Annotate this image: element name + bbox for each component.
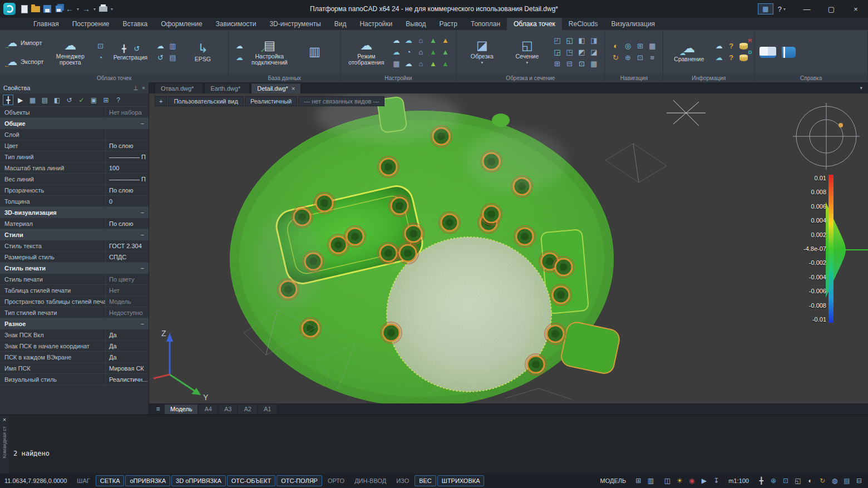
status-icon[interactable]: ↻	[818, 477, 827, 485]
property-value[interactable]: Да	[106, 332, 149, 338]
cloud-question-icon[interactable]: ?	[726, 41, 737, 51]
tree-setting-icon[interactable]: ▲	[427, 35, 438, 45]
reference-book-icon[interactable]	[782, 47, 796, 58]
tree-setting-icon[interactable]: ▲	[427, 58, 438, 68]
ribbon-tab[interactable]: Оформление	[154, 18, 209, 30]
status-icon[interactable]: ◫	[663, 477, 672, 485]
tab-close-icon[interactable]: ×	[292, 85, 295, 92]
property-value[interactable]: Да	[106, 343, 149, 349]
drawing-viewport[interactable]: Z Y + Пользовательский вид Реалистичный …	[149, 93, 868, 403]
property-row[interactable]: Разное −	[0, 318, 149, 329]
import-button[interactable]: ☁→ Импорт	[5, 34, 46, 51]
property-value[interactable]: Мировая СК	[106, 365, 149, 372]
walk-icon[interactable]: ⊞	[634, 41, 645, 51]
qat-customize-icon[interactable]: ▾	[111, 7, 113, 12]
properties-tool-icon[interactable]: ▣	[88, 95, 99, 105]
collapse-icon[interactable]: −	[141, 209, 149, 216]
ribbon-tab[interactable]: Визуализация	[605, 18, 662, 30]
views-icon[interactable]: ▦	[647, 41, 658, 51]
property-value[interactable]: Нет	[106, 287, 149, 294]
epsg-button[interactable]: ↳ EPSG	[182, 41, 223, 63]
property-value[interactable]: Да	[106, 354, 149, 361]
visual-style-button[interactable]: Реалистичный	[245, 96, 297, 106]
clip-tool-icon[interactable]: ◰	[551, 35, 563, 45]
status-toggle[interactable]: ОТС-ОБЪЕКТ	[227, 475, 275, 486]
status-toggle[interactable]: ИЗО	[392, 475, 413, 486]
property-row[interactable]: Стиль текста ГОСТ 2.304 −	[0, 240, 149, 252]
cloud-setting-icon[interactable]: ☁	[403, 58, 414, 68]
property-row[interactable]: Таблица стилей печати Нет −	[0, 285, 149, 296]
tool-icon[interactable]: ▤	[167, 53, 178, 63]
grid-setting-icon[interactable]: ▦	[391, 58, 402, 68]
clip-tool-icon[interactable]: ◲	[551, 47, 563, 57]
status-icon[interactable]: ◱	[793, 477, 802, 485]
close-button[interactable]: ×	[844, 0, 868, 18]
tool-icon[interactable]: ☁	[234, 53, 245, 63]
property-row[interactable]: Объекты Нет набора −	[0, 107, 149, 118]
clip-tool-icon[interactable]: ⊟	[564, 58, 575, 68]
cloud-setting-icon[interactable]: ☁	[391, 47, 402, 57]
property-value[interactable]: ГОСТ 2.304	[106, 243, 149, 249]
open-file-icon[interactable]	[31, 6, 40, 12]
cloud-setting-icon[interactable]: ☁	[403, 35, 414, 45]
property-row[interactable]: Тип стилей печати Недоступно −	[0, 307, 149, 318]
ribbon-collapse-icon[interactable]: ▾	[860, 85, 862, 91]
print-icon[interactable]	[99, 6, 107, 12]
redo-dropdown-icon[interactable]: ▾	[93, 7, 96, 12]
command-history[interactable]: 2 найдено Выберите эталонные объекты или…	[9, 415, 868, 474]
workspace-panel-icon[interactable]: ▦	[758, 3, 773, 14]
house-setting-icon[interactable]: ⌂	[415, 47, 426, 57]
view-navball[interactable]	[793, 103, 860, 170]
layout-tab[interactable]: А4	[199, 405, 217, 414]
close-icon[interactable]: ×	[3, 415, 6, 424]
property-value[interactable]: По цвету	[106, 276, 149, 283]
property-row[interactable]: Визуальный стиль Реалистичн... −	[0, 374, 149, 385]
cloud-setting-icon[interactable]: ☁	[391, 35, 402, 45]
property-row[interactable]: Пространство таблицы стилей печати Модел…	[0, 296, 149, 307]
properties-tool-icon[interactable]: ↺	[64, 95, 75, 105]
properties-tool-icon[interactable]: ╋	[3, 95, 13, 105]
nanocad-logo[interactable]	[3, 3, 16, 15]
viewport-canvas[interactable]: Z Y	[149, 93, 868, 403]
property-value[interactable]: Нет набора	[106, 109, 149, 116]
add-view-button[interactable]: +	[155, 96, 167, 106]
clip-button[interactable]: ◪ Обрезка ▾	[461, 38, 502, 66]
properties-tool-icon[interactable]: ▤	[40, 95, 50, 105]
cloud-question-icon[interactable]: ?	[726, 53, 737, 63]
property-row[interactable]: Знак ПСК Вкл Да −	[0, 329, 149, 341]
property-row[interactable]: Имя ПСК Мировая СК −	[0, 363, 149, 374]
status-toggle[interactable]: СЕТКА	[96, 475, 125, 486]
property-value[interactable]: По слою	[106, 187, 149, 194]
status-icon[interactable]: ◍	[830, 477, 839, 485]
clip-tool-icon[interactable]: ⊞	[551, 58, 563, 68]
property-value[interactable]: ————— П	[106, 154, 149, 160]
document-tab[interactable]: Detail.dwg* ×	[251, 83, 301, 93]
ribbon-tab[interactable]: Главная	[27, 18, 66, 30]
restore-button[interactable]: ▢	[819, 0, 844, 18]
point-cloud-flange[interactable]	[230, 93, 667, 403]
minimize-button[interactable]: —	[795, 0, 819, 18]
ribbon-tab[interactable]: Построение	[66, 18, 116, 30]
property-row[interactable]: Знак ПСК в начале координат Да −	[0, 341, 149, 352]
clip-tool-icon[interactable]: ◱	[564, 35, 575, 45]
collapse-icon[interactable]: −	[141, 231, 149, 238]
redo-icon[interactable]: →	[82, 4, 90, 13]
view-mode-button[interactable]: ☁ Режим отображения	[346, 38, 387, 67]
property-value[interactable]: СПДС	[106, 254, 149, 260]
property-row[interactable]: Тип линий ————— П −	[0, 151, 149, 162]
help-button[interactable]: ?▾	[778, 5, 786, 13]
close-panel-icon[interactable]: ×	[142, 85, 145, 91]
tree-setting-icon[interactable]: ▲	[440, 58, 451, 68]
ribbon-tab[interactable]: Топоплан	[464, 18, 507, 30]
properties-tool-icon[interactable]: ▶	[15, 95, 26, 105]
status-icon[interactable]: ⊞	[634, 477, 643, 485]
scale-button[interactable]: m1:100	[728, 477, 749, 484]
tool-icon[interactable]: ☁	[234, 41, 245, 51]
properties-tool-icon[interactable]: ▦	[27, 95, 38, 105]
connections-settings-button[interactable]: ▤✓ Настройка подключений	[249, 38, 290, 67]
property-row[interactable]: Вес линий ————— П −	[0, 174, 149, 185]
tree-setting-icon[interactable]: ▲	[427, 47, 438, 57]
undo-dropdown-icon[interactable]: ▾	[77, 7, 79, 12]
status-icon[interactable]: ◉	[687, 477, 696, 485]
status-toggle[interactable]: 3D оПРИВЯЗКА	[171, 475, 226, 486]
